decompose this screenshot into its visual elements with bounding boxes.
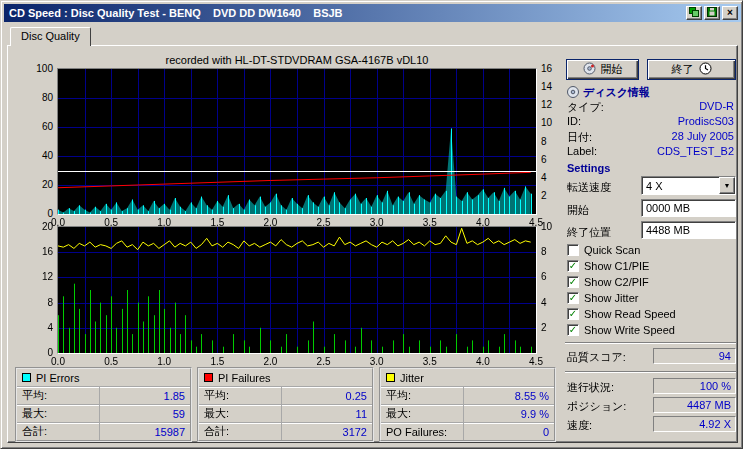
- top-x-axis: 0.00.51.01.52.02.53.03.54.04.5: [58, 217, 536, 228]
- max-label: 最大:: [386, 405, 464, 422]
- axis-tick-label: 1.5: [202, 217, 232, 228]
- checkbox-show-read-speed[interactable]: ✓: [567, 308, 579, 320]
- screenshot-button[interactable]: [686, 6, 702, 20]
- checkbox-row: ✓Show C2/PIF: [567, 275, 649, 289]
- axis-tick-label: 6: [541, 155, 547, 165]
- transfer-speed-select[interactable]: 4 X ▼: [641, 176, 736, 195]
- disc-info-header-label: ディスク情報: [583, 85, 650, 100]
- axis-tick-label: 8: [47, 298, 53, 308]
- total-label: 合計:: [204, 423, 282, 440]
- axis-tick-label: 100: [36, 64, 53, 74]
- axis-tick-label: 0.5: [96, 217, 126, 228]
- max-label: 最大:: [204, 405, 282, 422]
- titlebar-buttons: ×: [686, 6, 741, 20]
- cd-speed-window: CD Speed : Disc Quality Test - BENQ DVD …: [0, 0, 743, 449]
- axis-tick-label: 2: [541, 191, 547, 201]
- pi-errors-color-swatch: [22, 373, 31, 382]
- end-position-field[interactable]: 4488 MB: [641, 221, 736, 239]
- titlebar[interactable]: CD Speed : Disc Quality Test - BENQ DVD …: [4, 4, 741, 22]
- dropdown-arrow-icon[interactable]: ▼: [719, 177, 735, 194]
- axis-tick-label: 4.0: [468, 356, 498, 367]
- axis-tick-label: 14: [541, 82, 552, 92]
- exit-button[interactable]: 終了: [647, 59, 736, 80]
- settings-header-label: Settings: [567, 162, 610, 174]
- position-label: ポジション:: [567, 399, 626, 414]
- start-position-label: 開始: [567, 203, 589, 218]
- axis-tick-label: 12: [541, 100, 552, 110]
- axis-tick-label: 4: [541, 298, 547, 308]
- checkbox-row: ✓Show C1/PIE: [567, 259, 649, 273]
- checkbox-quick-scan[interactable]: [567, 244, 579, 256]
- disc-info-icon: [567, 86, 579, 100]
- tab-label: Disc Quality: [21, 30, 80, 42]
- axis-tick-label: 3.5: [415, 217, 445, 228]
- axis-tick-label: 2.5: [309, 217, 339, 228]
- save-button[interactable]: [704, 6, 720, 20]
- axis-tick-label: 1.0: [149, 217, 179, 228]
- axis-tick-label: 2.5: [309, 356, 339, 367]
- axis-tick-label: 6: [541, 272, 547, 282]
- pi-failures-title: PI Failures: [218, 372, 271, 384]
- settings-header: Settings: [567, 162, 610, 174]
- checkbox-row: ✓Show Jitter: [567, 291, 638, 305]
- checkbox-label: Show C2/PIF: [584, 276, 649, 288]
- separator: [565, 342, 736, 344]
- checkbox-label: Show C1/PIE: [584, 260, 649, 272]
- checkbox-label: Show Jitter: [584, 292, 638, 304]
- clock-icon: [699, 62, 712, 77]
- close-icon: ×: [727, 8, 733, 18]
- speed-label: 速度:: [567, 418, 592, 433]
- exit-button-label: 終了: [672, 62, 694, 77]
- top-left-axis: 020406080100: [17, 69, 53, 214]
- axis-tick-label: 80: [42, 93, 53, 103]
- pi-failures-stats-box: PI Failures 平均:0.25 最大:11 合計:3172: [197, 367, 374, 442]
- axis-tick-label: 2: [541, 323, 547, 333]
- bottom-left-axis: 048121620: [17, 227, 53, 353]
- axis-tick-label: 1.5: [202, 356, 232, 367]
- start-button[interactable]: 開始: [566, 59, 639, 80]
- max-value: 9.9 %: [464, 408, 549, 420]
- position-value: 4487 MB: [653, 397, 736, 413]
- disc-label-value: CDS_TEST_B2: [657, 145, 734, 157]
- axis-tick-label: 20: [42, 180, 53, 190]
- pi-errors-title: PI Errors: [36, 372, 79, 384]
- axis-tick-label: 0.0: [43, 356, 73, 367]
- start-button-label: 開始: [601, 62, 623, 77]
- pi-errors-header: PI Errors: [17, 369, 190, 386]
- checkbox-label: Show Read Speed: [584, 308, 676, 320]
- axis-tick-label: 16: [541, 64, 552, 74]
- checkbox-row: ✓Show Write Speed: [567, 323, 675, 337]
- speed-value: 4.92 X: [653, 416, 736, 432]
- recorded-with-label: recorded with HL-DT-STDVDRAM GSA-4167B v…: [58, 54, 536, 66]
- close-button[interactable]: ×: [722, 6, 738, 20]
- disc-id-value: ProdiscS03: [678, 115, 734, 127]
- disc-date-label: 日付:: [567, 130, 592, 145]
- disc-type-value: DVD-R: [699, 100, 734, 112]
- checkbox-show-c1-pie[interactable]: ✓: [567, 260, 579, 272]
- bottom-x-axis: 0.00.51.01.52.02.53.03.54.04.5: [58, 356, 536, 367]
- start-position-field[interactable]: 0000 MB: [641, 199, 736, 217]
- axis-tick-label: 16: [42, 247, 53, 257]
- checkbox-show-write-speed[interactable]: ✓: [567, 324, 579, 336]
- axis-tick-label: 60: [42, 122, 53, 132]
- total-value: 15987: [100, 426, 185, 438]
- axis-tick-label: 12: [42, 272, 53, 282]
- avg-value: 0.25: [282, 390, 367, 402]
- top-chart-plot: [57, 68, 537, 215]
- pi-failures-color-swatch: [204, 373, 213, 382]
- axis-tick-label: 3.0: [362, 217, 392, 228]
- end-position-label: 終了位置: [567, 225, 611, 240]
- axis-tick-label: 4.5: [521, 356, 551, 367]
- checkbox-show-jitter[interactable]: ✓: [567, 292, 579, 304]
- progress-value: 100 %: [653, 378, 736, 394]
- window-title: CD Speed : Disc Quality Test - BENQ DVD …: [9, 7, 343, 19]
- pi-failures-header: PI Failures: [199, 369, 372, 386]
- top-right-axis: 246810121416: [541, 69, 567, 214]
- transfer-speed-value: 4 X: [642, 178, 667, 194]
- disc-label-label: Label:: [567, 145, 597, 157]
- checkbox-show-c2-pif[interactable]: ✓: [567, 276, 579, 288]
- axis-tick-label: 40: [42, 151, 53, 161]
- po-failures-label: PO Failures:: [386, 423, 464, 440]
- tab-disc-quality[interactable]: Disc Quality: [10, 27, 91, 46]
- separator: [565, 371, 736, 373]
